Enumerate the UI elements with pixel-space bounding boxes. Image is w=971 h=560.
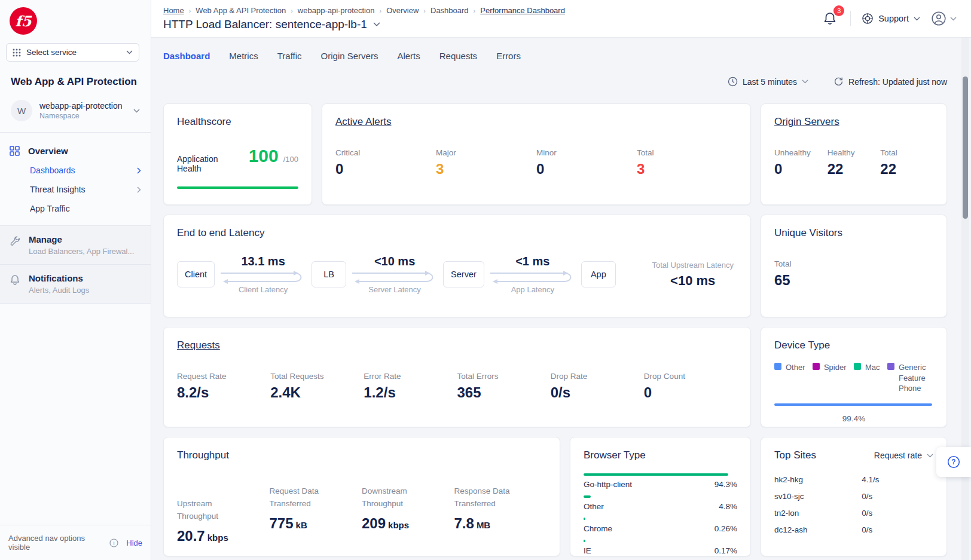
breadcrumb-current[interactable]: Performance Dashboard [480,6,565,15]
wrench-icon [10,235,20,256]
health-progress-bar [177,186,298,189]
sidebar-nav: Overview Dashboards Threat Insights App … [0,133,151,225]
stat-response-data-transferred: Response Data Transferred 7.8MB [454,485,547,544]
chevron-down-icon[interactable] [373,22,380,27]
browser-bar [584,495,591,498]
latency-node-client: Client [177,261,215,287]
device-type-title: Device Type [774,339,933,351]
stat-critical: Critical 0 [335,148,436,178]
time-range-dropdown[interactable]: Last 5 minutes [728,76,808,87]
legend-swatch [887,363,894,370]
breadcrumb-item[interactable]: webapp-api-protection [298,6,375,15]
tab-traffic[interactable]: Traffic [277,51,302,63]
notifications-bell-button[interactable]: 3 [820,9,839,28]
device-type-percentage: 99.4% [774,414,933,423]
cards-grid: Healthscore Application Health 100 /100 … [163,103,947,556]
active-alerts-card: Active Alerts Critical 0 Major 3 Minor 0 [322,103,751,205]
requests-title-link[interactable]: Requests [177,339,737,351]
scrollbar-thumb[interactable] [963,76,968,219]
chevron-down-icon [927,454,933,458]
healthscore-card: Healthscore Application Health 100 /100 [163,103,312,205]
latency-link-app: <1 ms App Latency [486,255,580,294]
round-trip-arrow-icon [488,270,578,285]
f5-logo[interactable]: f5 [10,7,37,35]
sidebar-item-label: Dashboards [30,166,75,175]
namespace-type-label: Namespace [39,112,123,120]
stat-healthy: Healthy 22 [828,148,881,178]
support-menu[interactable]: Support [862,13,920,25]
tab-bar: Dashboard Metrics Traffic Origin Servers… [163,51,947,63]
legend-item-generic-feature-phone: Generic Feature Phone [887,362,933,394]
legend-item-spider: Spider [813,362,847,394]
latency-node-server: Server [443,261,484,287]
user-avatar-icon [931,11,946,26]
origin-servers-title-link[interactable]: Origin Servers [774,116,933,128]
overview-grid-icon [10,146,20,156]
refresh-button[interactable]: Refresh: Updated just now [833,76,947,87]
application-health-max: /100 [283,155,298,164]
breadcrumb-item[interactable]: Web App & API Protection [196,6,286,15]
breadcrumb-home[interactable]: Home [163,6,184,15]
select-service-dropdown[interactable]: Select service [6,43,139,62]
tab-alerts[interactable]: Alerts [397,51,420,63]
top-sites-sort-dropdown[interactable]: Request rate [874,451,933,460]
stat-request-data-transferred: Request Data Transferred 775kB [270,485,362,544]
info-icon[interactable]: i [109,538,118,547]
device-type-card: Device Type Other Spider Mac [761,327,947,427]
stat-major: Major 3 [436,148,536,178]
stat-unhealthy: Unhealthy 0 [774,148,828,178]
chevron-separator: › [474,7,476,14]
tab-dashboard[interactable]: Dashboard [163,51,210,63]
origin-servers-card: Origin Servers Unhealthy 0 Healthy 22 To… [761,103,947,205]
chevron-right-icon [137,167,141,174]
tab-errors[interactable]: Errors [496,51,521,63]
dashboard-content: Dashboard Metrics Traffic Origin Servers… [151,38,971,560]
sidebar-item-app-traffic[interactable]: App Traffic [0,199,151,218]
unique-visitors-title: Unique Visitors [774,227,933,239]
tab-origin-servers[interactable]: Origin Servers [321,51,378,63]
main-area: Home › Web App & API Protection › webapp… [151,0,971,560]
legend-swatch [813,363,820,370]
stat-total-alerts: Total 3 [637,148,737,178]
stat-error-rate: Error Rate 1.2/s [364,372,457,401]
product-title: Web App & API Protection [11,76,145,88]
stat-total-requests: Total Requests 2.4K [270,372,364,401]
browser-row-chrome: Chrome0.26% [584,518,737,533]
manage-subtitle: Load Balancers, App Firewal... [29,247,134,256]
sidebar-item-notifications[interactable]: Notifications Alerts, Audit Logs [0,265,151,304]
hide-advanced-nav-link[interactable]: Hide [126,538,142,547]
stat-total-servers: Total 22 [880,148,933,178]
throughput-title: Throughput [177,449,546,461]
sidebar-item-dashboards[interactable]: Dashboards [0,161,151,180]
round-trip-arrow-icon [218,270,308,285]
browser-bar [584,518,585,520]
chevron-right-icon [137,186,141,193]
divider [850,11,851,26]
breadcrumb-item[interactable]: Overview [386,6,419,15]
browser-row-ie: IE0.17% [584,540,737,555]
browser-row-other: Other4.8% [584,495,737,511]
tab-metrics[interactable]: Metrics [229,51,258,63]
namespace-selector[interactable]: W webapp-api-protection Namespace [6,96,145,132]
latency-link-client: 13.1 ms Client Latency [216,255,310,294]
sidebar-item-threat-insights[interactable]: Threat Insights [0,180,151,199]
account-menu[interactable] [931,11,957,26]
advanced-nav-label: Advanced nav options visible [8,534,105,552]
tab-requests[interactable]: Requests [439,51,477,63]
stat-drop-count: Drop Count 0 [644,372,737,401]
browser-bar [584,540,585,542]
manage-title: Manage [29,234,134,244]
legend-swatch [854,363,861,370]
svg-text:i: i [114,540,115,546]
sidebar-item-manage[interactable]: Manage Load Balancers, App Firewal... [0,225,151,265]
round-trip-arrow-icon [350,270,439,285]
apps-grid-icon [13,48,21,57]
top-site-row: tn2-lon0/s [774,504,933,521]
active-alerts-title-link[interactable]: Active Alerts [335,116,737,128]
breadcrumb-item[interactable]: Dashboard [430,6,469,15]
sidebar-item-overview[interactable]: Overview [0,141,151,161]
sidebar-footer: Advanced nav options visible i Hide [0,525,151,560]
page-title: HTTP Load Balancer: sentence-app-lb-1 [163,18,820,31]
help-button[interactable]: ? [936,447,971,477]
chevron-down-icon [950,17,957,21]
